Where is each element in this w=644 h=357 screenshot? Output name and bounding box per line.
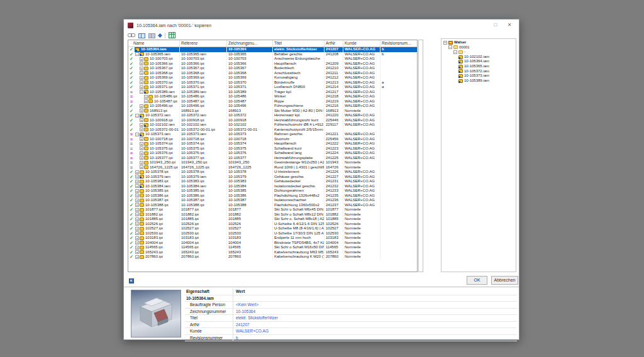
tree-item[interactable]: −00001	[443, 45, 516, 50]
collapse-icon[interactable]: −	[135, 52, 139, 56]
column-header[interactable]: Titel	[273, 40, 325, 47]
collapse-icon[interactable]: −	[453, 50, 457, 54]
expand-icon[interactable]: +	[135, 208, 139, 212]
table-row[interactable]: ✓+10-105369.ipt10-105369.ipt10-105369Kon…	[128, 75, 417, 80]
table-row[interactable]: ✓+102530.ipt102530.ipt102530U-Scheibe 17…	[128, 231, 417, 236]
expand-icon[interactable]: +	[140, 62, 143, 65]
expand-icon[interactable]: +	[135, 246, 139, 250]
table-row[interactable]: ✓−10-105372.iam10-105372.iam10-105372Hei…	[128, 113, 417, 118]
tree-item[interactable]: 10-102102.iam	[443, 55, 516, 60]
table-row[interactable]: ✓+10-105388.ipt10-105388.ipt10-105388Fla…	[128, 203, 417, 208]
column-header[interactable]: Referenz	[180, 40, 227, 47]
expand-icon[interactable]: +	[140, 104, 143, 108]
table-row[interactable]: ✓+102526.ipt102526.ipt102526U-Scheibe 6.…	[128, 222, 417, 227]
expand-icon[interactable]: +	[135, 222, 139, 226]
table-row[interactable]: ✓+207860.ipt207860.ipt207860Kabelverschr…	[128, 255, 417, 260]
table-row[interactable]: =+101943_250.ipt101943_250.ipt101943_250…	[128, 160, 417, 165]
tree-item[interactable]: 10-105372.iam	[443, 69, 516, 74]
collapse-icon[interactable]: −	[135, 114, 139, 118]
collapse-icon[interactable]: −	[448, 45, 452, 49]
expand-icon[interactable]: +	[140, 109, 143, 113]
table-row[interactable]: ✓+10-105384.iam10-105384.iam10-105384Iso…	[128, 184, 417, 189]
expand-icon[interactable]: +	[140, 151, 143, 155]
table-row[interactable]: ✓+168913.ipt168913.ipt168913Skt Mutter M…	[128, 109, 417, 114]
table-row[interactable]: =−10-105389.iam10-105389.iam10-105389Trä…	[128, 90, 417, 95]
expand-icon[interactable]: +	[135, 212, 139, 216]
expand-icon[interactable]: +	[140, 76, 143, 80]
table-row[interactable]: ✓+10-105378.ipt10-105378.ipt10-105378U-H…	[128, 170, 417, 175]
expand-icon[interactable]: +	[135, 194, 139, 197]
table-row[interactable]: =+10-105377.ipt10-105377.ipt10-105377Hei…	[128, 156, 417, 161]
expand-icon[interactable]: +	[135, 236, 139, 240]
table-row[interactable]: ✓10-105364.iam10-105364elektr. Stickstof…	[128, 47, 417, 52]
column-header[interactable]: Name	[128, 40, 180, 47]
table-row[interactable]: ✓+10-105368.ipt10-105368.ipt10-105368Ans…	[128, 71, 417, 76]
tree-item[interactable]: −-	[443, 50, 516, 55]
table-row[interactable]: =+10-105486.ipt10-105486.ipt10-105486Win…	[128, 94, 417, 99]
table-row[interactable]: ✓+10-105387.ipt10-105387.ipt10-105387Iso…	[128, 198, 417, 203]
table-row[interactable]: ✓+101882.ipt101882.ipt101882Skt Schr o S…	[128, 212, 417, 217]
table-row[interactable]: ✓+10-105386.ipt10-105386.ipt10-105386Fla…	[128, 194, 417, 199]
table-row[interactable]: ✓+10-100918.ipt10-100918.ipt10-100918Hei…	[128, 118, 417, 123]
expand-icon[interactable]: +	[144, 99, 148, 103]
table-row[interactable]: =+10-105374.ipt10-105374.ipt10-105374Hau…	[128, 141, 417, 146]
table-row[interactable]: ✓+103183.ipt103183.ipt103183Endperle 11 …	[128, 236, 417, 241]
collapse-icon[interactable]: −	[140, 90, 143, 94]
expand-icon[interactable]: +	[135, 189, 139, 193]
expand-icon[interactable]: +	[140, 156, 143, 160]
expand-icon[interactable]: +	[135, 180, 139, 184]
close-button[interactable]: ✕	[502, 20, 516, 30]
expand-icon[interactable]: +	[140, 165, 143, 169]
expand-icon[interactable]: +	[140, 118, 143, 122]
expand-icon[interactable]: +	[140, 137, 143, 141]
table-row[interactable]: =−10-105373.iam10-105373.iam10-105373Rah…	[128, 132, 417, 137]
tree-item[interactable]: 10-105365.iam	[443, 64, 516, 69]
table-row[interactable]: ✓+114565.ipt114565.ipt114565Skt Schr o S…	[128, 245, 417, 250]
sync-icon[interactable]	[158, 33, 162, 37]
expand-icon[interactable]: +	[135, 175, 139, 178]
table-row[interactable]: =+10-105487.ipt10-105487.ipt10-105487Rip…	[128, 99, 417, 104]
expand-icon[interactable]: +	[140, 80, 143, 84]
expand-icon[interactable]: +	[135, 184, 139, 188]
expand-icon[interactable]: +	[140, 67, 143, 70]
table-row[interactable]: ✓+165243.ipt165243.ipt165243Kabelverschr…	[128, 250, 417, 255]
maximize-button[interactable]: □	[489, 20, 502, 30]
expand-icon[interactable]: +	[140, 146, 143, 150]
column-header[interactable]: Zeichnungsnu...	[227, 40, 273, 47]
table-row[interactable]: ✓−10-105365.iam10-105365.iam10-105365Beh…	[128, 52, 417, 57]
properties-icon[interactable]	[129, 278, 134, 283]
column-header[interactable]: Revisionsnum...	[380, 40, 417, 47]
table-row[interactable]: ✓+104004.ipt104004.ipt104004Blindniete T…	[128, 241, 417, 246]
column-header[interactable]: ArtNr	[325, 40, 343, 47]
collapse-icon[interactable]: −	[135, 133, 139, 136]
table-row[interactable]: ✓+101885.ipt101885.ipt101885Skt Schr o. …	[128, 217, 417, 222]
table-row[interactable]: ✓+10-105371.ipt10-105371.ipt10-105371Los…	[128, 85, 417, 90]
table-row[interactable]: ✓+10-105385.ipt10-105385.ipt10-105385Dic…	[128, 189, 417, 194]
stack-icon[interactable]	[148, 32, 155, 39]
expand-icon[interactable]: +	[140, 123, 143, 127]
expand-icon[interactable]: +	[140, 161, 143, 165]
title-bar[interactable]: 10-105364.iam nach '00001-' kopieren □ ✕	[124, 19, 519, 31]
tree-item[interactable]: 10-105364.iam	[443, 59, 516, 64]
expand-icon[interactable]: +	[135, 227, 139, 231]
table-row[interactable]: ✓+10-105366.ipt10-105366.ipt10-105366Hau…	[128, 62, 417, 67]
expand-icon[interactable]: +	[135, 203, 139, 207]
table-scrollbar-track[interactable]	[418, 40, 423, 272]
table-row[interactable]: ✓+10-105383.ipt10-105383.ipt10-105383Geh…	[128, 179, 417, 184]
expand-icon[interactable]: +	[135, 199, 139, 202]
table-icon[interactable]	[169, 32, 175, 38]
table-row[interactable]: ✓+10-105370.ipt10-105370.ipt10-105370Bör…	[128, 80, 417, 85]
table-row[interactable]: =+10-100718.ipt10-100718.ipt10-100718Stu…	[128, 137, 417, 142]
copy-icon[interactable]	[138, 32, 145, 39]
expand-icon[interactable]: +	[140, 85, 143, 89]
expand-icon[interactable]: +	[135, 170, 139, 174]
table-row[interactable]: ✓+10-105367.ipt10-105367.ipt10-105367Bod…	[128, 66, 417, 71]
tree-item[interactable]: 10-105389.iam	[443, 79, 516, 84]
expand-icon[interactable]: +	[140, 142, 143, 146]
expand-icon[interactable]: +	[135, 250, 139, 254]
ok-button[interactable]: OK	[467, 276, 487, 285]
table-row[interactable]: ✓+10-105372-00-01.ipt10-105372-00-01.ipt…	[128, 128, 417, 133]
expand-icon[interactable]: +	[144, 95, 148, 99]
table-row[interactable]: =+10-105375.ipt10-105375.ipt10-105375Sch…	[128, 146, 417, 151]
table-row[interactable]: ✓+102527.ipt102527.ipt102527U-Scheibe M8…	[128, 226, 417, 231]
